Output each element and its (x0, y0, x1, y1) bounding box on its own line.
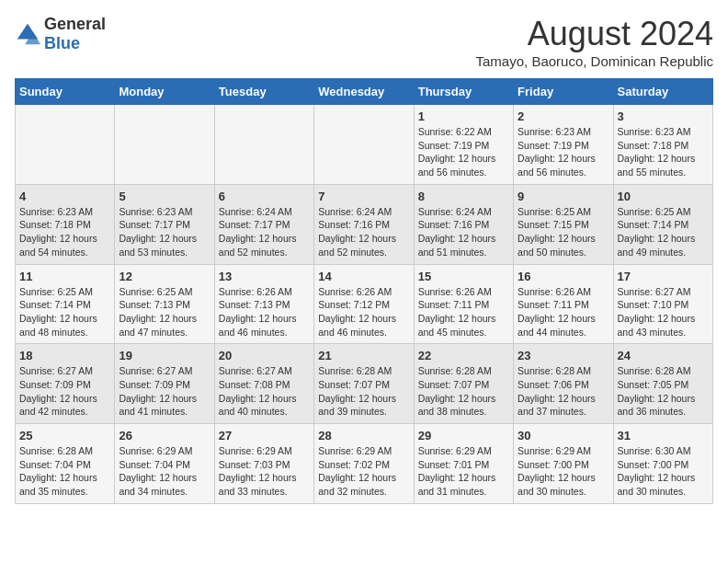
calendar-cell: 8Sunrise: 6:24 AM Sunset: 7:16 PM Daylig… (414, 184, 513, 264)
header-row: SundayMondayTuesdayWednesdayThursdayFrid… (16, 79, 713, 105)
logo-icon (15, 21, 40, 47)
calendar-cell (314, 105, 414, 185)
day-info: Sunrise: 6:29 AM Sunset: 7:02 PM Dayligh… (318, 444, 409, 499)
week-row-1: 1Sunrise: 6:22 AM Sunset: 7:19 PM Daylig… (16, 105, 713, 185)
calendar-cell: 11Sunrise: 6:25 AM Sunset: 7:14 PM Dayli… (16, 264, 115, 344)
calendar-cell: 25Sunrise: 6:28 AM Sunset: 7:04 PM Dayli… (16, 424, 115, 504)
calendar-cell: 4Sunrise: 6:23 AM Sunset: 7:18 PM Daylig… (16, 184, 115, 264)
day-info: Sunrise: 6:28 AM Sunset: 7:04 PM Dayligh… (19, 444, 110, 499)
day-number: 8 (418, 190, 509, 203)
day-info: Sunrise: 6:26 AM Sunset: 7:13 PM Dayligh… (219, 285, 310, 339)
day-info: Sunrise: 6:22 AM Sunset: 7:19 PM Dayligh… (418, 125, 509, 179)
calendar-cell: 24Sunrise: 6:28 AM Sunset: 7:05 PM Dayli… (613, 344, 712, 424)
day-number: 16 (518, 270, 609, 283)
day-info: Sunrise: 6:24 AM Sunset: 7:16 PM Dayligh… (418, 205, 509, 259)
calendar-cell: 9Sunrise: 6:25 AM Sunset: 7:15 PM Daylig… (514, 184, 613, 264)
calendar-cell: 27Sunrise: 6:29 AM Sunset: 7:03 PM Dayli… (214, 424, 313, 504)
calendar-cell: 31Sunrise: 6:30 AM Sunset: 7:00 PM Dayli… (613, 424, 712, 504)
day-header-sunday: Sunday (16, 79, 115, 105)
calendar-cell: 12Sunrise: 6:25 AM Sunset: 7:13 PM Dayli… (115, 264, 214, 344)
day-info: Sunrise: 6:25 AM Sunset: 7:15 PM Dayligh… (518, 205, 609, 259)
day-info: Sunrise: 6:29 AM Sunset: 7:00 PM Dayligh… (518, 444, 609, 499)
day-number: 13 (219, 270, 310, 283)
logo-general: General (44, 15, 106, 33)
calendar-cell: 3Sunrise: 6:23 AM Sunset: 7:18 PM Daylig… (613, 105, 712, 185)
day-info: Sunrise: 6:23 AM Sunset: 7:18 PM Dayligh… (618, 125, 709, 179)
calendar-cell: 2Sunrise: 6:23 AM Sunset: 7:19 PM Daylig… (514, 105, 613, 185)
calendar-cell: 13Sunrise: 6:26 AM Sunset: 7:13 PM Dayli… (214, 264, 313, 344)
day-number: 17 (618, 270, 709, 283)
day-number: 7 (318, 190, 409, 203)
day-info: Sunrise: 6:27 AM Sunset: 7:10 PM Dayligh… (618, 285, 709, 339)
calendar-cell: 16Sunrise: 6:26 AM Sunset: 7:11 PM Dayli… (514, 264, 613, 344)
calendar-cell: 20Sunrise: 6:27 AM Sunset: 7:08 PM Dayli… (214, 344, 313, 424)
calendar-cell: 19Sunrise: 6:27 AM Sunset: 7:09 PM Dayli… (115, 344, 214, 424)
day-info: Sunrise: 6:28 AM Sunset: 7:07 PM Dayligh… (418, 364, 509, 419)
day-number: 10 (618, 190, 709, 203)
day-info: Sunrise: 6:26 AM Sunset: 7:11 PM Dayligh… (418, 285, 509, 339)
day-info: Sunrise: 6:25 AM Sunset: 7:14 PM Dayligh… (618, 205, 709, 259)
day-info: Sunrise: 6:28 AM Sunset: 7:05 PM Dayligh… (618, 364, 709, 419)
day-header-saturday: Saturday (613, 79, 712, 105)
week-row-2: 4Sunrise: 6:23 AM Sunset: 7:18 PM Daylig… (16, 184, 713, 264)
calendar-cell: 7Sunrise: 6:24 AM Sunset: 7:16 PM Daylig… (314, 184, 414, 264)
day-number: 25 (19, 429, 110, 442)
week-row-3: 11Sunrise: 6:25 AM Sunset: 7:14 PM Dayli… (16, 264, 713, 344)
day-info: Sunrise: 6:29 AM Sunset: 7:04 PM Dayligh… (119, 444, 210, 499)
day-header-thursday: Thursday (414, 79, 513, 105)
main-title: August 2024 (476, 15, 713, 53)
day-number: 22 (418, 349, 509, 362)
week-row-4: 18Sunrise: 6:27 AM Sunset: 7:09 PM Dayli… (16, 344, 713, 424)
calendar-cell (214, 105, 313, 185)
day-info: Sunrise: 6:28 AM Sunset: 7:06 PM Dayligh… (518, 364, 609, 419)
calendar-cell: 18Sunrise: 6:27 AM Sunset: 7:09 PM Dayli… (16, 344, 115, 424)
day-number: 24 (618, 349, 709, 362)
day-info: Sunrise: 6:23 AM Sunset: 7:17 PM Dayligh… (119, 205, 210, 259)
calendar-cell: 5Sunrise: 6:23 AM Sunset: 7:17 PM Daylig… (115, 184, 214, 264)
day-number: 11 (19, 270, 110, 283)
day-info: Sunrise: 6:23 AM Sunset: 7:19 PM Dayligh… (518, 125, 609, 179)
calendar-cell: 14Sunrise: 6:26 AM Sunset: 7:12 PM Dayli… (314, 264, 414, 344)
day-number: 30 (518, 429, 609, 442)
day-info: Sunrise: 6:27 AM Sunset: 7:09 PM Dayligh… (119, 364, 210, 419)
week-row-5: 25Sunrise: 6:28 AM Sunset: 7:04 PM Dayli… (16, 424, 713, 504)
calendar-cell (115, 105, 214, 185)
day-header-friday: Friday (514, 79, 613, 105)
day-info: Sunrise: 6:24 AM Sunset: 7:17 PM Dayligh… (219, 205, 310, 259)
subtitle: Tamayo, Baoruco, Dominican Republic (476, 53, 713, 69)
day-info: Sunrise: 6:23 AM Sunset: 7:18 PM Dayligh… (19, 205, 110, 259)
day-number: 20 (219, 349, 310, 362)
day-number: 23 (518, 349, 609, 362)
day-number: 1 (418, 109, 509, 123)
calendar-cell: 6Sunrise: 6:24 AM Sunset: 7:17 PM Daylig… (214, 184, 313, 264)
calendar-cell (16, 105, 115, 185)
day-info: Sunrise: 6:27 AM Sunset: 7:09 PM Dayligh… (19, 364, 110, 419)
calendar-cell: 28Sunrise: 6:29 AM Sunset: 7:02 PM Dayli… (314, 424, 414, 504)
day-number: 19 (119, 349, 210, 362)
day-header-tuesday: Tuesday (214, 79, 313, 105)
day-header-monday: Monday (115, 79, 214, 105)
calendar-cell: 21Sunrise: 6:28 AM Sunset: 7:07 PM Dayli… (314, 344, 414, 424)
day-number: 31 (618, 429, 709, 442)
day-number: 15 (418, 270, 509, 283)
day-info: Sunrise: 6:25 AM Sunset: 7:14 PM Dayligh… (19, 285, 110, 339)
day-header-wednesday: Wednesday (314, 79, 414, 105)
day-number: 27 (219, 429, 310, 442)
day-info: Sunrise: 6:25 AM Sunset: 7:13 PM Dayligh… (119, 285, 210, 339)
calendar-cell: 22Sunrise: 6:28 AM Sunset: 7:07 PM Dayli… (414, 344, 513, 424)
day-info: Sunrise: 6:24 AM Sunset: 7:16 PM Dayligh… (318, 205, 409, 259)
logo-blue: Blue (44, 34, 80, 52)
calendar-cell: 15Sunrise: 6:26 AM Sunset: 7:11 PM Dayli… (414, 264, 513, 344)
day-info: Sunrise: 6:29 AM Sunset: 7:03 PM Dayligh… (219, 444, 310, 499)
calendar-cell: 10Sunrise: 6:25 AM Sunset: 7:14 PM Dayli… (613, 184, 712, 264)
day-number: 5 (119, 190, 210, 203)
day-number: 21 (318, 349, 409, 362)
day-info: Sunrise: 6:30 AM Sunset: 7:00 PM Dayligh… (618, 444, 709, 499)
day-number: 14 (318, 270, 409, 283)
day-number: 12 (119, 270, 210, 283)
title-area: August 2024 Tamayo, Baoruco, Dominican R… (476, 15, 713, 69)
calendar-cell: 17Sunrise: 6:27 AM Sunset: 7:10 PM Dayli… (613, 264, 712, 344)
day-info: Sunrise: 6:26 AM Sunset: 7:12 PM Dayligh… (318, 285, 409, 339)
day-number: 18 (19, 349, 110, 362)
day-info: Sunrise: 6:26 AM Sunset: 7:11 PM Dayligh… (518, 285, 609, 339)
